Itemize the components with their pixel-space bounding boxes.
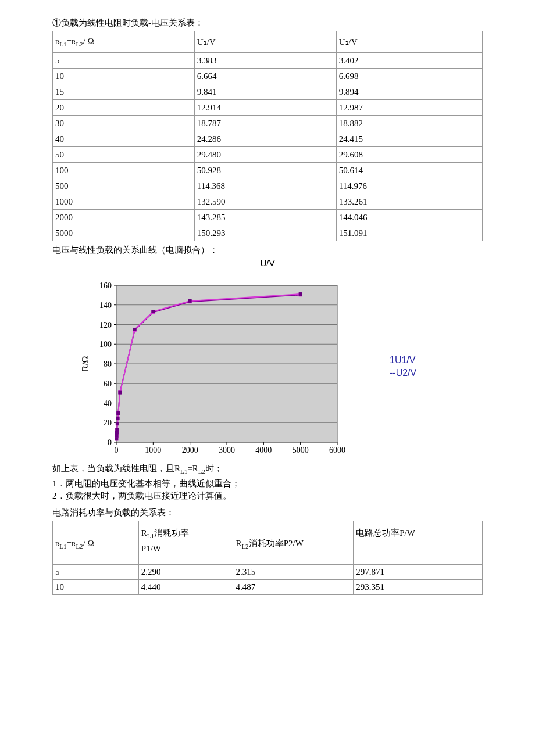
svg-rect-67 <box>299 292 302 296</box>
svg-rect-64 <box>133 328 137 331</box>
observation-item-2: 2．负载很大时，两负载电压接近理论计算值。 <box>52 490 483 501</box>
table-row: 52.2902.315297.871 <box>53 565 483 580</box>
svg-text:80: 80 <box>104 360 112 368</box>
col-u2: U₂/V <box>336 31 482 53</box>
legend-series-2: --U2/V <box>390 367 416 379</box>
table-row: 1000132.590133.261 <box>53 194 483 210</box>
table-header-row: RL1=RL2/ Ω RL1RL1消耗功率消耗功率P1/W RL2消耗功率P2/… <box>53 521 483 565</box>
svg-text:0: 0 <box>108 438 112 447</box>
chart-title: U/V <box>52 258 483 268</box>
table-row: 53.3833.402 <box>53 53 483 69</box>
section-heading-1: ①负载为线性电阻时负载-电压关系表： <box>52 17 483 28</box>
svg-rect-62 <box>116 411 120 415</box>
col-total-power: 电路总功率P/W <box>354 521 483 565</box>
table-row: 106.6646.698 <box>53 69 483 84</box>
table-row: 5000150.293151.091 <box>53 225 483 241</box>
svg-rect-59 <box>115 428 119 431</box>
svg-text:160: 160 <box>99 281 112 290</box>
svg-rect-57 <box>115 434 119 438</box>
svg-text:1000: 1000 <box>145 446 161 454</box>
col-u1: U₁/V <box>194 31 336 53</box>
svg-text:R/Ω: R/Ω <box>80 356 90 371</box>
observation-item-1: 1．两电阻的电压变化基本相等，曲线近似重合； <box>52 478 483 489</box>
table-row: 500114.368114.976 <box>53 178 483 194</box>
table-row: 5029.48029.608 <box>53 147 483 163</box>
table-row: 4024.28624.415 <box>53 131 483 147</box>
svg-text:120: 120 <box>99 321 112 329</box>
voltage-load-chart: 0204060801001201401600100020003000400050… <box>76 274 349 460</box>
svg-text:6000: 6000 <box>329 446 345 454</box>
svg-rect-66 <box>188 299 192 303</box>
svg-text:20: 20 <box>104 418 112 427</box>
legend-series-1: 1U1/V <box>390 354 416 367</box>
table-row: 3018.78718.882 <box>53 116 483 131</box>
svg-rect-60 <box>116 422 119 425</box>
table-row: 2000143.285144.046 <box>53 210 483 225</box>
svg-text:140: 140 <box>99 301 112 310</box>
table-row: 104.4404.487293.351 <box>53 580 483 595</box>
table-row: 159.8419.894 <box>53 84 483 100</box>
chart-caption: 电压与线性负载的关系曲线（电脑拟合）： <box>52 245 483 256</box>
svg-text:100: 100 <box>99 340 112 349</box>
table-row: 10050.92850.614 <box>53 163 483 178</box>
observation-intro: 如上表，当负载为线性电阻，且RL1=RL2时； <box>52 463 483 475</box>
svg-text:60: 60 <box>104 379 112 388</box>
svg-text:2000: 2000 <box>182 446 198 454</box>
svg-text:0: 0 <box>115 446 119 454</box>
chart-container: 0204060801001201401600100020003000400050… <box>76 274 483 460</box>
chart-legend: 1U1/V --U2/V <box>390 354 416 380</box>
svg-rect-63 <box>118 391 122 395</box>
svg-text:40: 40 <box>104 399 112 408</box>
svg-text:5000: 5000 <box>293 446 309 454</box>
voltage-load-table: RL1=RL2/ Ω U₁/V U₂/V 53.3833.402 106.664… <box>52 31 483 241</box>
svg-rect-65 <box>151 310 155 313</box>
power-load-table: RL1=RL2/ Ω RL1RL1消耗功率消耗功率P1/W RL2消耗功率P2/… <box>52 521 483 595</box>
svg-rect-58 <box>115 431 119 434</box>
svg-rect-61 <box>116 417 120 420</box>
table-row: 2012.91412.987 <box>53 100 483 116</box>
svg-text:3000: 3000 <box>219 446 235 454</box>
table-header-row: RL1=RL2/ Ω U₁/V U₂/V <box>53 31 483 53</box>
svg-rect-56 <box>115 437 118 440</box>
section-heading-2: 电路消耗功率与负载的关系表： <box>52 507 483 518</box>
svg-text:4000: 4000 <box>255 446 272 454</box>
